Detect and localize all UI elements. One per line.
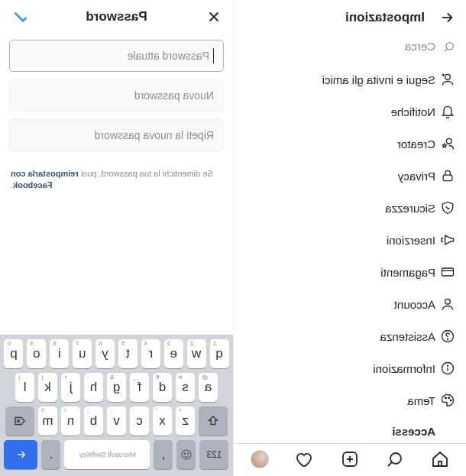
- settings-item-security[interactable]: Sicurezza: [234, 192, 466, 224]
- password-title: Password: [11, 9, 222, 24]
- backspace-key[interactable]: [5, 406, 34, 436]
- settings-item-notifications[interactable]: Notifiche: [234, 96, 466, 128]
- period-key[interactable]: .: [42, 440, 61, 469]
- reset-link[interactable]: reimpostarla con Facebook: [11, 169, 79, 189]
- svg-point-0: [446, 42, 453, 49]
- key-a[interactable]: @a: [199, 373, 218, 402]
- key-g[interactable]: &g: [107, 373, 126, 402]
- settings-item-privacy[interactable]: Privacy: [234, 160, 466, 192]
- key-w[interactable]: 2w: [187, 339, 206, 368]
- item-label: Sicurezza: [385, 202, 435, 215]
- svg-point-12: [445, 397, 447, 399]
- key-p[interactable]: 0p: [4, 339, 23, 368]
- item-label: Assistenza: [380, 330, 435, 343]
- item-label: Informazioni: [373, 362, 435, 375]
- svg-point-15: [182, 450, 191, 459]
- key-s[interactable]: #s: [176, 373, 195, 402]
- repeat-password-field[interactable]: Ripeti la nuova password: [9, 119, 224, 151]
- close-icon[interactable]: [205, 8, 222, 25]
- comma-key[interactable]: ,: [154, 440, 173, 469]
- nav-search-icon[interactable]: [386, 450, 404, 468]
- current-password-field[interactable]: Password attuale: [9, 40, 224, 72]
- key-v[interactable]: :v: [107, 406, 126, 436]
- key-c[interactable]: 'c: [130, 406, 149, 436]
- keyboard-row-3: *z"x'c:v;b!n?m: [2, 406, 231, 436]
- keyboard-row-4: 123 , Microsoft SwiftKey .: [2, 440, 231, 469]
- home-icon[interactable]: [431, 450, 449, 468]
- key-d[interactable]: €d: [153, 373, 172, 402]
- item-label: Segui e invita gli amici: [322, 73, 435, 86]
- key-t[interactable]: 5t: [118, 339, 138, 368]
- settings-item-ads[interactable]: Inserzioni: [234, 224, 466, 256]
- key-y[interactable]: 6y: [95, 339, 115, 368]
- password-header: Password: [0, 0, 233, 34]
- item-label: Creator: [397, 138, 435, 151]
- avatar[interactable]: [251, 450, 269, 468]
- search-icon: [443, 40, 455, 53]
- bell-icon: [435, 104, 455, 119]
- svg-point-2: [446, 138, 451, 144]
- submit-check-icon[interactable]: [11, 7, 31, 27]
- key-m[interactable]: ?m: [38, 406, 57, 436]
- search-row[interactable]: Cerca: [234, 35, 466, 60]
- key-o[interactable]: 9o: [27, 339, 46, 368]
- add-post-icon[interactable]: [341, 450, 359, 468]
- key-r[interactable]: 4r: [141, 339, 160, 368]
- settings-item-follow[interactable]: Segui e invita gli amici: [234, 63, 466, 96]
- space-key[interactable]: Microsoft SwiftKey: [65, 440, 150, 469]
- svg-point-7: [448, 339, 448, 340]
- star-user-icon: [435, 136, 455, 151]
- settings-item-payments[interactable]: Pagamenti: [234, 256, 466, 288]
- settings-item-help[interactable]: Assistenza: [234, 320, 466, 352]
- settings-item-theme[interactable]: Tema: [234, 384, 466, 416]
- settings-list: Segui e invita gli amici Notifiche Creat…: [234, 60, 466, 443]
- key-e[interactable]: 3e: [164, 339, 183, 368]
- key-h[interactable]: -h: [84, 373, 103, 402]
- settings-item-account[interactable]: Account: [234, 288, 466, 320]
- key-i[interactable]: 8i: [50, 339, 69, 368]
- key-k[interactable]: (k: [38, 373, 57, 402]
- search-placeholder: Cerca: [405, 40, 435, 53]
- key-l[interactable]: )l: [15, 373, 34, 402]
- user-icon: [435, 296, 455, 312]
- info-icon: [435, 361, 455, 376]
- key-f[interactable]: _f: [130, 373, 149, 402]
- settings-item-creator[interactable]: Creator: [234, 128, 466, 160]
- new-password-field[interactable]: Nuova password: [9, 79, 224, 112]
- svg-rect-4: [442, 268, 454, 276]
- svg-point-1: [445, 74, 451, 79]
- item-label: Notifiche: [391, 105, 435, 118]
- symbols-key[interactable]: 123: [200, 440, 229, 469]
- back-arrow-icon[interactable]: [438, 9, 455, 26]
- item-label: Accessi: [392, 425, 435, 438]
- settings-item-logins[interactable]: Accessi: [234, 416, 466, 443]
- palette-icon: [435, 393, 455, 408]
- svg-point-9: [448, 365, 448, 366]
- bottom-nav: [234, 443, 466, 476]
- lock-icon: [435, 168, 455, 183]
- key-x[interactable]: "x: [153, 406, 172, 436]
- settings-item-info[interactable]: Informazioni: [234, 352, 466, 384]
- settings-header: Impostazioni: [234, 0, 466, 35]
- svg-rect-3: [443, 175, 452, 181]
- key-n[interactable]: !n: [61, 406, 80, 436]
- svg-point-10: [450, 400, 451, 401]
- item-label: Account: [394, 298, 435, 311]
- key-u[interactable]: 7u: [73, 339, 92, 368]
- card-icon: [435, 264, 455, 280]
- heart-icon[interactable]: [296, 450, 314, 468]
- svg-point-5: [445, 299, 451, 304]
- shift-key[interactable]: [199, 406, 228, 436]
- reset-hint: Se dimentichi la tua password, puoi reim…: [0, 165, 233, 195]
- enter-key[interactable]: [5, 440, 38, 469]
- key-q[interactable]: 1q: [210, 339, 229, 368]
- keyboard: 1q2w3e4r5t6y7u8i9o0p @a#s€d_f&g-h+j(k)l …: [0, 335, 233, 476]
- key-z[interactable]: *z: [176, 406, 195, 436]
- add-user-icon: [435, 72, 455, 87]
- key-j[interactable]: +j: [61, 373, 80, 402]
- emoji-key[interactable]: [177, 440, 196, 469]
- key-b[interactable]: ;b: [84, 406, 103, 436]
- settings-title: Impostazioni: [345, 10, 425, 25]
- item-label: Inserzioni: [387, 234, 435, 247]
- item-label: Tema: [407, 394, 435, 407]
